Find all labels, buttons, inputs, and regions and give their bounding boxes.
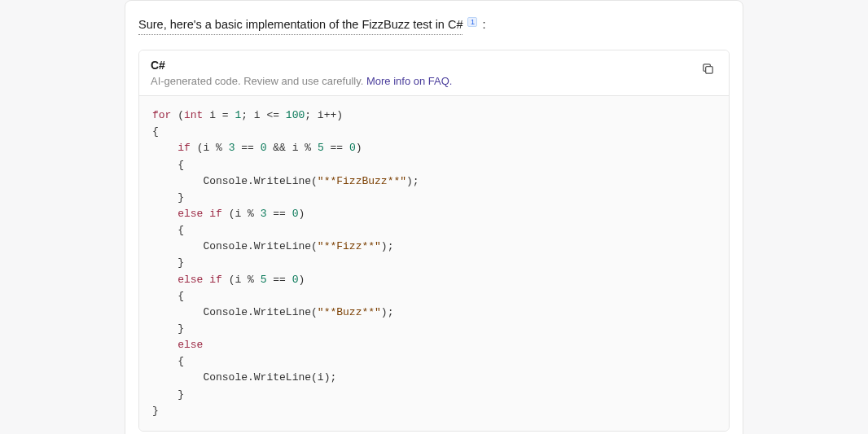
copy-button[interactable] — [698, 60, 717, 80]
code-warning: AI-generated code. Review and use carefu… — [151, 75, 717, 87]
code-token: ) — [299, 208, 305, 220]
code-token: int — [184, 109, 203, 121]
code-token: Console.WriteLine( — [152, 175, 318, 187]
code-token: Console.WriteLine( — [152, 240, 318, 252]
code-token: } — [152, 256, 184, 269]
code-token: ; i <= — [241, 109, 286, 121]
footnote-ref[interactable]: 1 — [467, 17, 477, 27]
code-token: else — [178, 339, 203, 351]
code-token: ); — [381, 306, 394, 318]
code-token — [152, 142, 178, 154]
code-token: { — [152, 290, 184, 302]
code-pre: for (int i = 1; i <= 100; i++) { if (i %… — [152, 107, 716, 419]
code-token: ( — [171, 109, 184, 121]
code-token: if — [209, 274, 222, 286]
svg-rect-0 — [705, 67, 712, 74]
code-token: (i % — [222, 208, 261, 220]
code-token: else — [178, 208, 203, 220]
code-token: } — [152, 388, 184, 401]
code-token — [152, 208, 178, 220]
code-token: } — [152, 322, 184, 335]
response-card: Sure, here's a basic implementation of t… — [125, 0, 743, 434]
code-token: && i % — [266, 142, 317, 154]
code-token: } — [152, 405, 159, 417]
code-token — [152, 274, 178, 286]
copy-icon — [701, 62, 715, 78]
code-token: 0 — [349, 142, 356, 154]
code-token: == — [235, 142, 260, 154]
code-token: else — [178, 274, 203, 286]
code-token: ); — [381, 240, 394, 252]
code-token: == — [324, 142, 349, 154]
code-language-label: C# — [151, 59, 717, 72]
code-token: "**Buzz**" — [318, 306, 381, 318]
code-token: "**Fizz**" — [318, 240, 381, 252]
code-token: "**FizzBuzz**" — [318, 175, 406, 187]
code-block: C# AI-generated code. Review and use car… — [138, 50, 730, 432]
code-token: 0 — [292, 208, 299, 220]
code-token: ; i++) — [305, 109, 343, 121]
code-token: 5 — [318, 142, 324, 154]
code-token: { — [152, 125, 159, 138]
code-header: C# AI-generated code. Review and use car… — [139, 50, 729, 96]
code-token: Console.WriteLine(i); — [152, 371, 336, 384]
intro-suffix: : — [482, 18, 485, 31]
code-token: { — [152, 159, 184, 171]
code-body[interactable]: for (int i = 1; i <= 100; i++) { if (i %… — [139, 96, 729, 431]
code-token: 0 — [292, 274, 299, 286]
code-token: ) — [299, 274, 305, 286]
code-warning-text: AI-generated code. Review and use carefu… — [151, 75, 366, 87]
code-token: Console.WriteLine( — [152, 306, 318, 318]
code-warning-link[interactable]: More info on FAQ. — [366, 75, 453, 87]
code-token: if — [209, 208, 222, 220]
code-token: == — [266, 274, 292, 286]
code-token: if — [178, 142, 191, 154]
code-token: { — [152, 224, 184, 236]
intro-text: Sure, here's a basic implementation of t… — [138, 15, 462, 35]
intro-line: Sure, here's a basic implementation of t… — [125, 15, 743, 43]
code-token — [152, 339, 178, 351]
code-token: ) — [356, 142, 362, 154]
code-token: } — [152, 191, 184, 204]
code-token: == — [266, 208, 292, 220]
code-token: (i % — [222, 274, 261, 286]
code-token: 100 — [286, 109, 305, 121]
code-token: for — [152, 109, 171, 121]
code-token: i = — [203, 109, 235, 121]
code-token: ); — [406, 175, 419, 187]
code-token: (i % — [191, 142, 229, 154]
code-token: { — [152, 355, 184, 367]
